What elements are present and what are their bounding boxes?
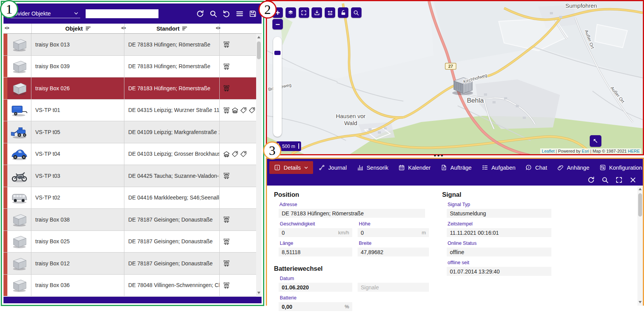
table-row[interactable]: traisy Box 036DE 78048 Villingen-Schwenn…: [3, 275, 256, 297]
refresh-icon[interactable]: [196, 10, 204, 18]
search-icon[interactable]: [601, 176, 609, 184]
object-badges: [220, 121, 256, 143]
sort-icon[interactable]: [182, 26, 188, 31]
expand-icon[interactable]: [615, 176, 623, 184]
online-status-field[interactable]: offline: [447, 248, 551, 256]
leaflet-link[interactable]: Leaflet: [542, 149, 554, 153]
fit-width-button[interactable]: [325, 7, 335, 18]
object-table-body: traisy Box 013DE 78183 Hüfingen; Römerst…: [3, 34, 256, 296]
hoehe-field[interactable]: 0 m: [358, 228, 429, 237]
batterie-field[interactable]: 0,00 %: [279, 302, 352, 311]
attribution-map-note: Map © 1987-2021: [592, 149, 627, 153]
signal-typ-field[interactable]: Statusmeldung: [447, 209, 551, 218]
object-name: traisy Box 012: [31, 253, 124, 274]
map-label-hausen-vor: Hausen vor: [336, 113, 366, 119]
save-icon[interactable]: [249, 10, 257, 18]
scrollbar-thumb[interactable]: [638, 193, 642, 217]
object-list-toolbar: Provider Objekte: [3, 3, 262, 24]
rack-icon: [223, 84, 230, 92]
scroll-down-arrow-icon[interactable]: [257, 292, 260, 294]
adresse-label: Adresse: [279, 202, 429, 207]
column-resize-handle[interactable]: <>: [5, 26, 9, 30]
tab-sensorik[interactable]: Sensorik: [352, 161, 393, 174]
route-badge: 27: [445, 63, 456, 69]
search-input[interactable]: [86, 9, 158, 18]
row-status-stripe: [3, 253, 7, 274]
row-status-stripe: [3, 77, 7, 99]
zoom-slider[interactable]: [273, 37, 282, 137]
esri-link[interactable]: Esri: [582, 149, 589, 153]
geschwindigkeit-value: 0: [282, 230, 285, 236]
tab-details[interactable]: Details: [269, 161, 313, 174]
details-panel: DetailsJournalSensorikKalenderAufträgeAu…: [266, 158, 644, 306]
table-row[interactable]: VS-TP t01DE 04315 Leipzig; Wurzner Straß…: [3, 100, 256, 122]
table-row[interactable]: traisy Box 039DE 78183 Hüfingen; Römerst…: [3, 56, 256, 78]
vehicle-thumbnail-container-icon: [7, 231, 31, 253]
datum-field[interactable]: 01.06.2020: [279, 283, 352, 292]
vehicle-thumbnail-container-icon: [7, 275, 31, 296]
here-link[interactable]: HERE: [628, 149, 640, 153]
refresh-icon[interactable]: [587, 176, 595, 184]
tab-label: Sensorik: [367, 165, 388, 171]
laenge-field[interactable]: 8,51118: [279, 248, 352, 256]
details-scrollbar[interactable]: [637, 186, 643, 306]
breite-field[interactable]: 47,89682: [358, 248, 429, 256]
recenter-button[interactable]: [590, 135, 601, 147]
table-row[interactable]: VS-TP t05DE 04109 Leipzig; Markgrafenstr…: [3, 121, 256, 143]
scrollbar-thumb[interactable]: [257, 41, 261, 59]
column-header-objekt[interactable]: Objekt: [31, 24, 124, 33]
table-row[interactable]: traisy Box 012DE 78187 Geisingen; Donaus…: [3, 253, 256, 275]
zoom-out-button[interactable]: −: [272, 19, 283, 29]
tab-kalender[interactable]: Kalender: [394, 161, 435, 174]
close-icon[interactable]: [629, 176, 637, 184]
signale-input[interactable]: [358, 283, 429, 292]
object-type-dropdown[interactable]: Provider Objekte: [7, 9, 80, 18]
search-button[interactable]: [351, 7, 362, 18]
search-icon[interactable]: [209, 10, 217, 18]
tab-journal[interactable]: Journal: [314, 161, 351, 174]
tab-aufträge[interactable]: Aufträge: [436, 161, 476, 174]
geschwindigkeit-field[interactable]: 0 km/h: [279, 228, 352, 237]
annotation-marker-3: 3: [263, 141, 281, 160]
adresse-field[interactable]: DE 78183 Hüfingen; Römerstraße: [279, 209, 425, 218]
tab-chat[interactable]: Chat: [521, 161, 552, 174]
vehicle-thumbnail-container-icon: [7, 77, 31, 99]
unlock-button[interactable]: [338, 7, 348, 18]
batteriewechsel-section-title: Batteriewechsel: [274, 265, 429, 272]
column-header-objekt-label: Objekt: [65, 26, 83, 32]
object-name: traisy Box 013: [31, 34, 124, 55]
tab-anhänge[interactable]: Anhänge: [553, 161, 594, 174]
zoom-slider-handle[interactable]: [274, 51, 281, 55]
undo-icon[interactable]: [222, 10, 231, 18]
geschwindigkeit-unit: km/h: [338, 230, 349, 236]
rack-icon: [223, 107, 230, 114]
batterie-unit: %: [344, 304, 349, 310]
layers-button[interactable]: [286, 7, 296, 18]
menu-icon[interactable]: [236, 10, 244, 18]
fullscreen-button[interactable]: [299, 7, 309, 18]
table-row[interactable]: traisy Box 038DE 78187 Geisingen; Donaus…: [3, 209, 256, 231]
object-name: VS-TP t03: [31, 165, 124, 187]
table-row[interactable]: VS-TP t02DE 04416 Markkleeberg; S46;Seen…: [3, 187, 256, 209]
scroll-up-arrow-icon[interactable]: [639, 188, 642, 190]
table-row[interactable]: traisy Box 026DE 78183 Hüfingen; Römerst…: [3, 77, 256, 100]
zeitstempel-field[interactable]: 11.11.2021 00:16:01: [447, 228, 551, 237]
table-row[interactable]: VS-TP t03DE 04425 Taucha; Suzanne-Valado…: [3, 165, 256, 187]
scroll-up-arrow-icon[interactable]: [257, 36, 260, 38]
scroll-down-arrow-icon[interactable]: [639, 301, 642, 303]
column-header-standort[interactable]: Standort: [124, 24, 220, 33]
table-row[interactable]: VS-TP t04DE 04103 Leipzig; Grosser Brock…: [3, 143, 256, 165]
map-canvas[interactable]: 27 Sumpfohren Behla Hausen vor Wald Kirc…: [267, 1, 643, 154]
table-row[interactable]: traisy Box 013DE 78183 Hüfingen; Römerst…: [3, 34, 256, 56]
offline-seit-field[interactable]: 01.07.2014 13:29:40: [447, 267, 551, 276]
column-resize-handle[interactable]: <>: [216, 26, 220, 30]
vehicle-thumbnail-container-icon: [7, 56, 31, 77]
attribution-powered: Powered by: [558, 149, 580, 153]
download-button[interactable]: [312, 7, 322, 18]
table-scrollbar[interactable]: [256, 34, 262, 296]
panel-resize-handle[interactable]: •••: [429, 152, 449, 160]
table-row[interactable]: traisy Box 025DE 78187 Geisingen; Donaus…: [3, 231, 256, 253]
tab-konfiguration[interactable]: Konfiguration: [595, 161, 644, 174]
tab-aufgaben[interactable]: Aufgaben: [477, 161, 520, 174]
sort-icon[interactable]: [85, 26, 91, 31]
